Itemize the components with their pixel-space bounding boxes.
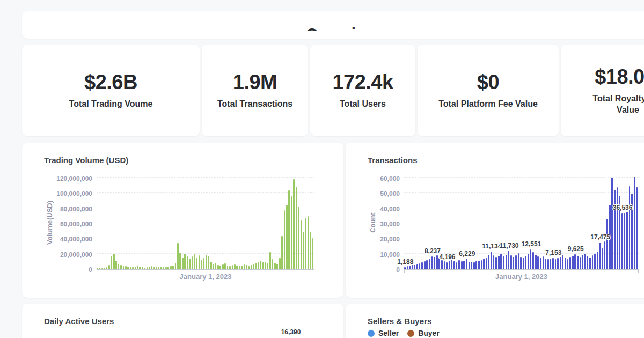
bar[interactable] [488, 255, 489, 269]
bar[interactable] [629, 186, 631, 269]
bar[interactable] [466, 259, 467, 269]
bar[interactable] [210, 262, 212, 269]
bar[interactable] [308, 216, 309, 269]
bar[interactable] [260, 261, 262, 269]
bar[interactable] [545, 259, 546, 269]
bar[interactable] [587, 256, 588, 269]
bar[interactable] [469, 262, 470, 269]
bar[interactable] [471, 262, 472, 269]
bar[interactable] [602, 248, 603, 269]
bar[interactable] [265, 262, 266, 269]
bar[interactable] [253, 264, 254, 269]
bar[interactable] [241, 266, 243, 269]
bar[interactable] [123, 266, 125, 269]
bar[interactable] [503, 256, 504, 269]
bar[interactable] [108, 265, 110, 269]
bar[interactable] [584, 254, 586, 269]
bar[interactable] [165, 267, 167, 269]
bar[interactable] [248, 266, 250, 269]
bar[interactable] [291, 196, 292, 269]
bar[interactable] [624, 213, 625, 269]
bar[interactable] [436, 255, 438, 269]
bar[interactable] [234, 264, 236, 269]
bar[interactable] [500, 254, 502, 269]
bar[interactable] [444, 261, 445, 269]
bar[interactable] [296, 187, 297, 269]
bar[interactable] [523, 258, 524, 269]
bar[interactable] [532, 252, 534, 269]
bar[interactable] [113, 254, 115, 269]
bar[interactable] [611, 178, 613, 269]
bar[interactable] [151, 266, 153, 269]
bar[interactable] [153, 267, 155, 269]
bar[interactable] [244, 264, 245, 269]
bar[interactable] [206, 255, 207, 269]
bar[interactable] [451, 260, 452, 269]
bar[interactable] [127, 267, 129, 269]
bar[interactable] [572, 256, 574, 269]
bar[interactable] [562, 255, 564, 269]
bar[interactable] [535, 255, 537, 269]
bar[interactable] [495, 257, 497, 269]
bar[interactable] [557, 258, 559, 269]
bar[interactable] [208, 256, 209, 269]
bar[interactable] [189, 259, 191, 269]
bar[interactable] [567, 259, 569, 269]
bar[interactable] [219, 266, 221, 269]
bar[interactable] [222, 264, 224, 269]
bar[interactable] [194, 254, 195, 269]
bar[interactable] [301, 220, 302, 269]
bar[interactable] [187, 256, 188, 269]
bar[interactable] [201, 260, 202, 269]
bar[interactable] [404, 267, 406, 269]
bar[interactable] [312, 238, 314, 269]
bar[interactable] [142, 267, 143, 269]
bar[interactable] [132, 267, 134, 269]
bar[interactable] [272, 259, 274, 269]
bar[interactable] [163, 267, 165, 269]
bar[interactable] [434, 257, 435, 269]
bar[interactable] [560, 257, 561, 269]
bar[interactable] [149, 267, 150, 269]
bar[interactable] [636, 187, 638, 269]
bar[interactable] [101, 268, 103, 269]
bar[interactable] [276, 264, 278, 269]
bar[interactable] [106, 267, 108, 269]
bar[interactable] [589, 258, 591, 269]
bar[interactable] [528, 254, 529, 269]
bar[interactable] [461, 261, 463, 269]
bar[interactable] [604, 241, 606, 269]
bar[interactable] [167, 267, 169, 269]
bar[interactable] [137, 266, 138, 269]
bar[interactable] [481, 260, 482, 269]
bar[interactable] [614, 190, 616, 269]
bar[interactable] [217, 265, 219, 269]
bar[interactable] [577, 256, 579, 269]
bar[interactable] [97, 268, 98, 269]
bar[interactable] [478, 261, 480, 269]
bar[interactable] [175, 263, 177, 269]
bar[interactable] [518, 253, 519, 269]
bar[interactable] [419, 263, 421, 269]
bar[interactable] [525, 256, 526, 269]
bar[interactable] [274, 263, 276, 269]
bar[interactable] [303, 232, 304, 269]
bar[interactable] [130, 267, 131, 269]
bar[interactable] [634, 177, 635, 269]
legend-item-buyer[interactable]: Buyer [407, 329, 440, 337]
bar[interactable] [267, 263, 269, 269]
bar[interactable] [424, 261, 426, 269]
bar[interactable] [246, 265, 247, 269]
plot-area[interactable]: 1,1888,2374,1966,22911,13411,73012,5517,… [404, 179, 639, 270]
bar[interactable] [227, 266, 229, 269]
bar[interactable] [520, 257, 522, 269]
bar[interactable] [279, 258, 281, 269]
bar[interactable] [431, 256, 433, 269]
bar[interactable] [530, 249, 532, 269]
bar[interactable] [199, 255, 200, 269]
bar[interactable] [160, 267, 162, 269]
bar[interactable] [446, 262, 448, 269]
bar[interactable] [550, 259, 551, 269]
bar[interactable] [416, 264, 418, 269]
bar[interactable] [506, 255, 507, 269]
